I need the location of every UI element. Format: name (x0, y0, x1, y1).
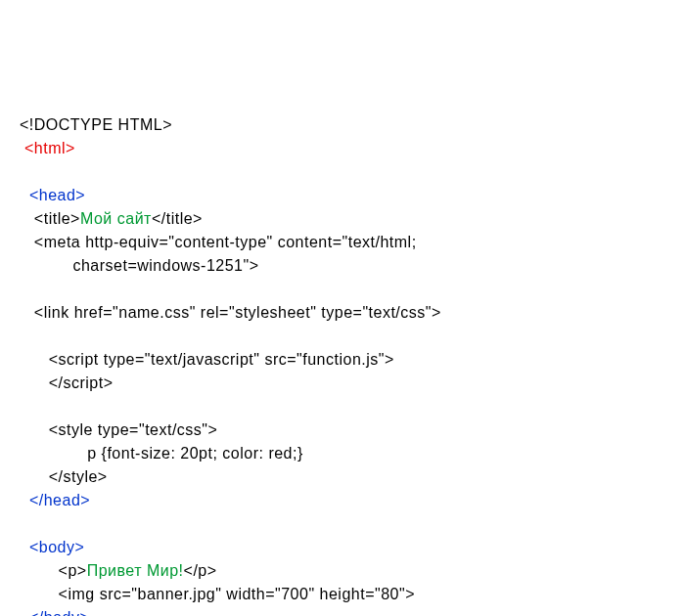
meta-line-1: <meta http-equiv="content-type" content=… (34, 234, 417, 250)
html-open-tag: <html> (24, 140, 75, 156)
style-open-tag: <style type="text/css"> (49, 421, 218, 438)
link-line: <link href="name.css" rel="stylesheet" t… (34, 304, 441, 321)
doctype-line: <!DOCTYPE HTML> (20, 116, 172, 133)
p-close-tag: </p> (184, 562, 217, 579)
img-line: <img src="banner.jpg" width="700" height… (59, 586, 415, 602)
script-open-tag: <script type="text/javascript" src="func… (49, 351, 394, 368)
script-close-tag: </script> (49, 374, 114, 391)
title-open-tag: <title> (34, 210, 80, 227)
head-close-tag: </head> (29, 492, 90, 508)
p-text: Привет Мир! (87, 562, 184, 579)
style-close-tag: </style> (49, 468, 108, 485)
meta-line-2: charset=windows-1251"> (72, 257, 258, 274)
title-close-tag: </title> (152, 210, 203, 227)
p-open-tag: <p> (59, 562, 87, 579)
head-open-tag: <head> (29, 187, 85, 203)
body-open-tag: <body> (29, 539, 84, 555)
body-close-tag: </body> (29, 609, 89, 616)
style-rule: p {font-size: 20pt; color: red;} (87, 445, 303, 462)
title-text: Мой сайт (80, 210, 152, 227)
